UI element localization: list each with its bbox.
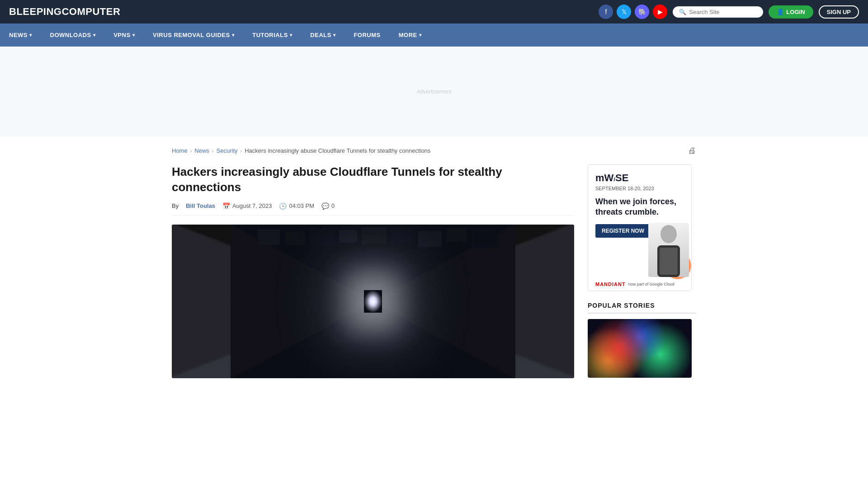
- article-sidebar: mWiSE SEPTEMBER 18-20, 2023 When we join…: [588, 164, 696, 378]
- breadcrumb: Home › News › Security › Hackers increas…: [172, 146, 696, 155]
- nav-label-downloads: DOWNLOADS: [50, 32, 91, 38]
- ad-placeholder-text: Advertisement: [417, 89, 452, 95]
- breadcrumb-current: Hackers increasingly abuse Cloudflare Tu…: [245, 147, 430, 154]
- svg-rect-14: [339, 230, 357, 243]
- article-comment-count: 0: [331, 202, 335, 209]
- youtube-icon[interactable]: ▶: [653, 5, 667, 19]
- signup-button[interactable]: SIGN UP: [819, 5, 859, 19]
- svg-rect-23: [660, 248, 678, 275]
- svg-rect-18: [447, 228, 467, 242]
- twitter-icon[interactable]: 𝕏: [617, 5, 631, 19]
- comment-icon: 💬: [321, 202, 329, 210]
- nav-arrow-virus-removal: ▾: [232, 33, 235, 38]
- mandiant-logo-text: MANDIANT: [595, 282, 626, 287]
- article-date: August 7, 2023: [232, 202, 272, 209]
- search-input[interactable]: [689, 9, 757, 15]
- article-date-meta: 📅 August 7, 2023: [222, 202, 272, 210]
- nav-arrow-downloads: ▾: [93, 33, 96, 38]
- breadcrumb-security[interactable]: Security: [217, 147, 238, 154]
- mastodon-icon[interactable]: 🐘: [635, 5, 649, 19]
- nav-label-virus-removal: VIRUS REMOVAL GUIDES: [153, 32, 230, 38]
- nav-item-tutorials[interactable]: TUTORIALS ▾: [243, 23, 301, 47]
- print-icon[interactable]: 🖨: [688, 146, 696, 155]
- article-time-meta: 🕓 04:03 PM: [279, 202, 314, 210]
- nav-item-downloads[interactable]: DOWNLOADS ▾: [41, 23, 105, 47]
- search-box: 🔍: [673, 6, 763, 18]
- logo-text-bold: COMPUTER: [61, 6, 120, 17]
- social-icons-group: f 𝕏 🐘 ▶: [599, 5, 667, 19]
- nav-item-forums[interactable]: FORUMS: [344, 23, 389, 47]
- nav-arrow-tutorials: ▾: [290, 33, 292, 38]
- breadcrumb-home[interactable]: Home: [172, 147, 188, 154]
- breadcrumb-sep-2: ›: [212, 148, 214, 154]
- mandiant-sub-text: now part of Google Cloud: [628, 282, 675, 286]
- author-by-label: By: [172, 202, 179, 209]
- svg-rect-19: [471, 230, 497, 247]
- nav-label-deals: DEALS: [310, 32, 331, 38]
- nav-item-virus-removal[interactable]: VIRUS REMOVAL GUIDES ▾: [144, 23, 243, 47]
- login-button[interactable]: 👤 LOGIN: [769, 5, 813, 19]
- nav-item-vpns[interactable]: VPNS ▾: [104, 23, 144, 47]
- nav-arrow-news: ▾: [29, 33, 32, 38]
- article-meta: By Bill Toulas 📅 August 7, 2023 🕓 04:03 …: [172, 202, 574, 216]
- nav-item-news[interactable]: NEWS ▾: [0, 23, 41, 47]
- header-right: f 𝕏 🐘 ▶ 🔍 👤 LOGIN SIGN UP: [599, 5, 859, 19]
- mwise-register-button[interactable]: REGISTER NOW: [595, 224, 651, 238]
- mwise-figure: [648, 223, 689, 277]
- main-nav: NEWS ▾ DOWNLOADS ▾ VPNS ▾ VIRUS REMOVAL …: [0, 23, 868, 47]
- nav-arrow-more: ▾: [419, 33, 422, 38]
- tunnel-svg: [172, 225, 574, 378]
- nav-item-more[interactable]: MORE ▾: [390, 23, 431, 47]
- svg-rect-17: [418, 231, 442, 247]
- article-main: Hackers increasingly abuse Cloudflare Tu…: [172, 164, 574, 378]
- nav-label-more: MORE: [399, 32, 417, 38]
- nav-label-tutorials: TUTORIALS: [252, 32, 288, 38]
- site-logo[interactable]: BLEEPINGCOMPUTER: [9, 6, 120, 18]
- svg-point-20: [353, 277, 393, 326]
- svg-point-21: [660, 225, 677, 243]
- sidebar-advertisement: mWiSE SEPTEMBER 18-20, 2023 When we join…: [588, 164, 692, 291]
- clock-icon: 🕓: [279, 202, 287, 210]
- article-time: 04:03 PM: [289, 202, 314, 209]
- search-icon: 🔍: [679, 9, 686, 15]
- mwise-logo: mWiSE: [595, 172, 684, 184]
- mwise-person-image: [648, 223, 689, 277]
- svg-rect-16: [391, 229, 413, 244]
- article-featured-image: [172, 225, 574, 378]
- signup-label: SIGN UP: [827, 9, 851, 15]
- facebook-icon[interactable]: f: [599, 5, 613, 19]
- tunnel-illustration: [172, 225, 574, 378]
- main-container: Home › News › Security › Hackers increas…: [163, 137, 705, 387]
- article-comments-meta[interactable]: 💬 0: [321, 202, 335, 210]
- login-label: LOGIN: [786, 9, 805, 15]
- breadcrumb-sep-3: ›: [241, 148, 242, 154]
- mwise-tagline: When we join forces, threats crumble.: [595, 197, 684, 218]
- breadcrumb-sep-1: ›: [190, 148, 192, 154]
- logo-text-regular: BLEEPING: [9, 6, 61, 17]
- person-silhouette: [648, 223, 689, 277]
- mandiant-footer: MANDIANT now part of Google Cloud: [595, 282, 684, 287]
- svg-rect-12: [285, 231, 305, 245]
- article-title: Hackers increasingly abuse Cloudflare Tu…: [172, 164, 574, 195]
- nav-label-forums: FORUMS: [354, 32, 380, 38]
- nav-arrow-vpns: ▾: [132, 33, 135, 38]
- svg-rect-15: [362, 227, 387, 244]
- calendar-icon: 📅: [222, 202, 230, 210]
- popular-story-image[interactable]: [588, 319, 692, 378]
- author-link[interactable]: Bill Toulas: [186, 202, 215, 209]
- breadcrumb-news[interactable]: News: [194, 147, 209, 154]
- svg-rect-13: [310, 228, 335, 246]
- nav-label-vpns: VPNS: [113, 32, 130, 38]
- svg-rect-11: [258, 229, 280, 245]
- content-layout: Hackers increasingly abuse Cloudflare Tu…: [172, 164, 696, 378]
- nav-arrow-deals: ▾: [333, 33, 336, 38]
- nav-label-news: NEWS: [9, 32, 28, 38]
- sidebar-ad-inner: mWiSE SEPTEMBER 18-20, 2023 When we join…: [588, 165, 691, 291]
- nav-item-deals[interactable]: DEALS ▾: [301, 23, 344, 47]
- keyboard-rgb-illustration: [588, 319, 692, 378]
- popular-stories-section: POPULAR STORIES: [588, 302, 696, 378]
- login-person-icon: 👤: [777, 9, 784, 15]
- top-ad-space: Advertisement: [0, 47, 868, 137]
- popular-stories-title: POPULAR STORIES: [588, 302, 696, 314]
- mwise-date: SEPTEMBER 18-20, 2023: [595, 186, 684, 191]
